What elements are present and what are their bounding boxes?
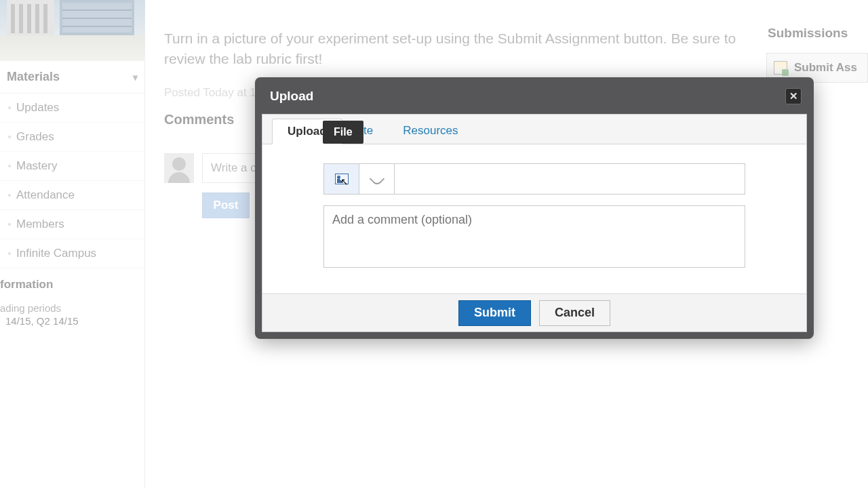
submission-comment-input[interactable] bbox=[323, 205, 745, 268]
tab-label: Upload bbox=[288, 125, 327, 138]
modal-title: Upload bbox=[270, 89, 313, 104]
image-icon bbox=[335, 174, 349, 184]
attach-link-button[interactable] bbox=[359, 164, 395, 194]
tooltip-file: File bbox=[323, 121, 363, 144]
tab-label: Resources bbox=[403, 124, 458, 138]
link-icon bbox=[369, 171, 384, 187]
tab-resources[interactable]: Resources bbox=[388, 118, 473, 144]
upload-modal: Upload ✕ Upload ate Resources ↖ bbox=[255, 77, 814, 339]
submit-button[interactable]: Submit bbox=[458, 300, 531, 326]
attachment-drop-area[interactable] bbox=[395, 164, 745, 194]
close-icon[interactable]: ✕ bbox=[785, 88, 802, 104]
cancel-button[interactable]: Cancel bbox=[539, 300, 610, 326]
attachment-bar: ↖ bbox=[323, 163, 745, 195]
attach-file-button[interactable]: ↖ bbox=[324, 164, 359, 194]
